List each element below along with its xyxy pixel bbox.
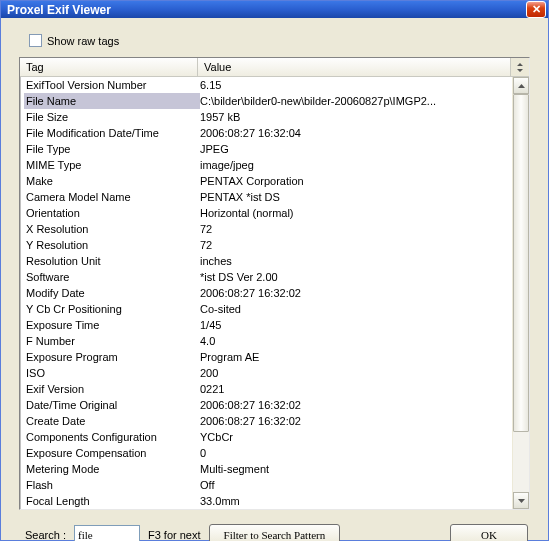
table-row[interactable]: Exif Version0221 xyxy=(20,381,512,397)
scroll-up-button[interactable] xyxy=(513,77,529,94)
table-row[interactable]: Date/Time Original2006:08:27 16:32:02 xyxy=(20,397,512,413)
show-raw-tags-label[interactable]: Show raw tags xyxy=(47,35,119,47)
table-row[interactable]: Components ConfigurationYCbCr xyxy=(20,429,512,445)
cell-tag: MIME Type xyxy=(24,157,200,173)
table-row[interactable]: Create Date2006:08:27 16:32:02 xyxy=(20,413,512,429)
cell-tag: File Type xyxy=(24,141,200,157)
table-row[interactable]: MakePENTAX Corporation xyxy=(20,173,512,189)
cell-tag: Metering Mode xyxy=(24,461,200,477)
search-hint: F3 for next xyxy=(148,529,201,541)
cell-tag: Exposure Program xyxy=(24,349,200,365)
table-row[interactable]: Y Cb Cr PositioningCo-sited xyxy=(20,301,512,317)
window: Proxel Exif Viewer ✕ Show raw tags Tag V… xyxy=(0,0,549,541)
cell-tag: Exposure Compensation xyxy=(24,445,200,461)
table-row[interactable]: Exposure Compensation0 xyxy=(20,445,512,461)
cell-tag: Y Resolution xyxy=(24,237,200,253)
table-row[interactable]: File TypeJPEG xyxy=(20,141,512,157)
cell-tag: Exposure Time xyxy=(24,317,200,333)
ok-button[interactable]: OK xyxy=(450,524,528,541)
cell-tag: Camera Model Name xyxy=(24,189,200,205)
cell-tag: Create Date xyxy=(24,413,200,429)
cell-value: 2006:08:27 16:32:04 xyxy=(200,125,508,141)
window-title: Proxel Exif Viewer xyxy=(7,3,526,17)
table-row[interactable]: Resolution Unitinches xyxy=(20,253,512,269)
cell-value: 4.0 xyxy=(200,333,508,349)
table-row[interactable]: Software*ist DS Ver 2.00 xyxy=(20,269,512,285)
cell-tag: Y Cb Cr Positioning xyxy=(24,301,200,317)
cell-value: PENTAX *ist DS xyxy=(200,189,508,205)
table-row[interactable]: Exposure Time1/45 xyxy=(20,317,512,333)
cell-value: 200 xyxy=(200,365,508,381)
scroll-down-button[interactable] xyxy=(513,492,529,509)
bottom-bar: Search : F3 for next Filter to Search Pa… xyxy=(19,510,530,541)
title-bar: Proxel Exif Viewer ✕ xyxy=(1,1,548,18)
vertical-scrollbar[interactable] xyxy=(512,77,529,509)
table-row[interactable]: ISO200 xyxy=(20,365,512,381)
search-input[interactable] xyxy=(74,525,140,541)
cell-tag: Software xyxy=(24,269,200,285)
exif-table: Tag Value ExifTool Version Number6.15Fil… xyxy=(19,57,530,510)
scroll-thumb[interactable] xyxy=(513,94,529,432)
cell-tag: File Modification Date/Time xyxy=(24,125,200,141)
cell-value: C:\bilder\bilder0-new\bilder-20060827p\I… xyxy=(200,93,508,109)
cell-value: Co-sited xyxy=(200,301,508,317)
cell-value: 2006:08:27 16:32:02 xyxy=(200,413,508,429)
table-row[interactable]: OrientationHorizontal (normal) xyxy=(20,205,512,221)
cell-value: 0221 xyxy=(200,381,508,397)
table-row[interactable]: File Size1957 kB xyxy=(20,109,512,125)
cell-tag: Resolution Unit xyxy=(24,253,200,269)
filter-button[interactable]: Filter to Search Pattern xyxy=(209,524,341,541)
cell-tag: Make xyxy=(24,173,200,189)
cell-value: Multi-segment xyxy=(200,461,508,477)
cell-tag: Modify Date xyxy=(24,285,200,301)
scroll-track[interactable] xyxy=(513,94,529,492)
cell-value: YCbCr xyxy=(200,429,508,445)
cell-value: 33.0mm xyxy=(200,493,508,509)
search-label: Search : xyxy=(25,529,66,541)
cell-value: 72 xyxy=(200,221,508,237)
content-area: Show raw tags Tag Value ExifTool Version… xyxy=(1,18,548,541)
table-row[interactable]: Exposure ProgramProgram AE xyxy=(20,349,512,365)
table-body: ExifTool Version Number6.15File NameC:\b… xyxy=(20,77,529,509)
cell-tag: ISO xyxy=(24,365,200,381)
cell-tag: ExifTool Version Number xyxy=(24,77,200,93)
cell-value: 1/45 xyxy=(200,317,508,333)
table-row[interactable]: File Modification Date/Time2006:08:27 16… xyxy=(20,125,512,141)
cell-value: *ist DS Ver 2.00 xyxy=(200,269,508,285)
table-row[interactable]: File NameC:\bilder\bilder0-new\bilder-20… xyxy=(20,93,512,109)
cell-tag: File Size xyxy=(24,109,200,125)
cell-value: Horizontal (normal) xyxy=(200,205,508,221)
column-header-value[interactable]: Value xyxy=(198,58,511,76)
cell-value: PENTAX Corporation xyxy=(200,173,508,189)
cell-tag: Components Configuration xyxy=(24,429,200,445)
table-row[interactable]: FlashOff xyxy=(20,477,512,493)
column-scroll-handle[interactable] xyxy=(511,58,529,76)
table-row[interactable]: Metering ModeMulti-segment xyxy=(20,461,512,477)
table-row[interactable]: F Number4.0 xyxy=(20,333,512,349)
table-row[interactable]: Focal Length33.0mm xyxy=(20,493,512,509)
cell-value: Program AE xyxy=(200,349,508,365)
cell-value: 2006:08:27 16:32:02 xyxy=(200,285,508,301)
table-row[interactable]: X Resolution72 xyxy=(20,221,512,237)
table-row[interactable]: Modify Date2006:08:27 16:32:02 xyxy=(20,285,512,301)
cell-tag: F Number xyxy=(24,333,200,349)
close-button[interactable]: ✕ xyxy=(526,1,546,18)
cell-tag: Flash xyxy=(24,477,200,493)
column-header-tag[interactable]: Tag xyxy=(20,58,198,76)
table-row[interactable]: ExifTool Version Number6.15 xyxy=(20,77,512,93)
table-rows: ExifTool Version Number6.15File NameC:\b… xyxy=(20,77,512,509)
cell-tag: X Resolution xyxy=(24,221,200,237)
table-row[interactable]: Camera Model NamePENTAX *ist DS xyxy=(20,189,512,205)
cell-value: Off xyxy=(200,477,508,493)
cell-value: inches xyxy=(200,253,508,269)
show-raw-tags-row: Show raw tags xyxy=(29,34,530,47)
cell-tag: Date/Time Original xyxy=(24,397,200,413)
table-row[interactable]: Y Resolution72 xyxy=(20,237,512,253)
table-row[interactable]: MIME Typeimage/jpeg xyxy=(20,157,512,173)
cell-value: 2006:08:27 16:32:02 xyxy=(200,397,508,413)
close-icon: ✕ xyxy=(532,3,541,16)
cell-value: image/jpeg xyxy=(200,157,508,173)
show-raw-tags-checkbox[interactable] xyxy=(29,34,42,47)
cell-value: 0 xyxy=(200,445,508,461)
cell-tag: Orientation xyxy=(24,205,200,221)
